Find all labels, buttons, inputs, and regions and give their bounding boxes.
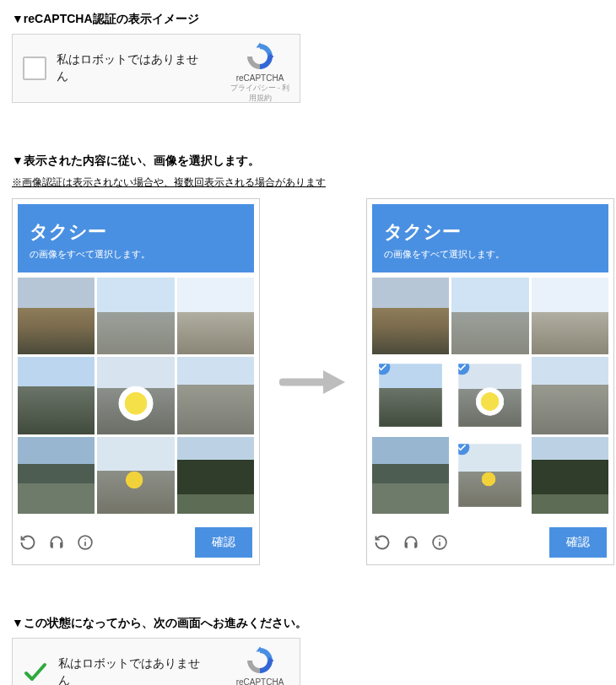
captcha-tile[interactable] xyxy=(372,437,449,514)
challenge-grid xyxy=(18,278,254,514)
info-icon[interactable] xyxy=(431,534,448,551)
captcha-tile[interactable] xyxy=(18,357,95,434)
challenge-instruction: の画像をすべて選択します。 xyxy=(30,248,242,261)
svg-point-9 xyxy=(439,538,440,540)
captcha-tile[interactable] xyxy=(372,278,449,354)
captcha-tile[interactable] xyxy=(532,437,608,514)
captcha-tile[interactable] xyxy=(97,437,174,514)
reload-icon[interactable] xyxy=(19,534,36,551)
captcha-tile[interactable] xyxy=(97,278,174,354)
challenge-footer: 確認 xyxy=(18,520,254,559)
check-icon xyxy=(459,364,470,375)
captcha-tile[interactable] xyxy=(18,278,95,354)
svg-marker-6 xyxy=(323,370,345,394)
challenge-footer: 確認 xyxy=(372,520,608,559)
confirm-button[interactable]: 確認 xyxy=(549,527,607,558)
heading-recaptcha-display-sample: ▼reCAPTCHA認証の表示イメージ xyxy=(12,12,604,27)
svg-point-4 xyxy=(84,538,86,540)
captcha-tile[interactable] xyxy=(18,437,95,514)
captcha-tile[interactable] xyxy=(459,444,522,507)
captcha-tile[interactable] xyxy=(459,364,522,428)
recaptcha-brand-name: reCAPTCHA xyxy=(227,677,293,685)
recaptcha-brand-name: reCAPTCHA xyxy=(227,73,293,83)
recaptcha-anchor-unchecked: 私はロボットではありません reCAPTCHA プライバシー - 利用規約 xyxy=(12,34,300,103)
challenge-row: タクシー の画像をすべて選択します。 確認 xyxy=(12,198,604,565)
recaptcha-logo-icon xyxy=(245,645,275,676)
confirm-button[interactable]: 確認 xyxy=(195,527,252,558)
captcha-tile[interactable] xyxy=(451,278,528,354)
captcha-tile[interactable] xyxy=(379,364,442,428)
recaptcha-links: プライバシー - 利用規約 xyxy=(227,84,293,104)
check-icon xyxy=(379,364,390,375)
captcha-tile[interactable] xyxy=(532,278,608,354)
recaptcha-label: 私はロボットではありません xyxy=(58,655,202,685)
captcha-challenge-after: タクシー の画像をすべて選択します。 確認 xyxy=(366,198,614,565)
heading-select-images: ▼表示された内容に従い、画像を選択します。 xyxy=(12,154,604,169)
recaptcha-checkbox[interactable] xyxy=(23,57,46,80)
captcha-tile[interactable] xyxy=(97,357,174,434)
captcha-challenge-before: タクシー の画像をすべて選択します。 確認 xyxy=(12,198,260,565)
recaptcha-checkmark-icon xyxy=(23,660,48,685)
captcha-tile[interactable] xyxy=(177,357,254,434)
challenge-instruction: の画像をすべて選択します。 xyxy=(384,248,597,261)
captcha-tile[interactable] xyxy=(177,437,254,514)
challenge-header: タクシー の画像をすべて選択します。 xyxy=(18,204,254,272)
recaptcha-label: 私はロボットではありません xyxy=(57,51,200,84)
recaptcha-anchor-checked: 私はロボットではありません reCAPTCHA プライバシー - 利用規約 xyxy=(12,638,300,685)
arrow-right-icon xyxy=(277,365,349,399)
recaptcha-branding: reCAPTCHA プライバシー - 利用規約 xyxy=(227,41,293,104)
challenge-category: タクシー xyxy=(384,219,597,245)
recaptcha-logo-icon xyxy=(245,41,275,72)
recaptcha-branding: reCAPTCHA プライバシー - 利用規約 xyxy=(227,645,293,685)
captcha-tile[interactable] xyxy=(532,357,608,434)
reload-icon[interactable] xyxy=(374,534,391,551)
info-icon[interactable] xyxy=(77,534,94,551)
check-icon xyxy=(459,444,470,455)
captcha-tile[interactable] xyxy=(177,278,254,354)
headphones-icon[interactable] xyxy=(48,534,65,551)
heading-proceed-next: ▼この状態になってから、次の画面へお進みください。 xyxy=(12,616,604,631)
challenge-grid xyxy=(372,278,608,514)
challenge-category: タクシー xyxy=(30,219,242,245)
subnote-image-verify: ※画像認証は表示されない場合や、複数回表示される場合があります xyxy=(12,175,604,190)
headphones-icon[interactable] xyxy=(403,534,419,551)
challenge-header: タクシー の画像をすべて選択します。 xyxy=(372,204,608,272)
